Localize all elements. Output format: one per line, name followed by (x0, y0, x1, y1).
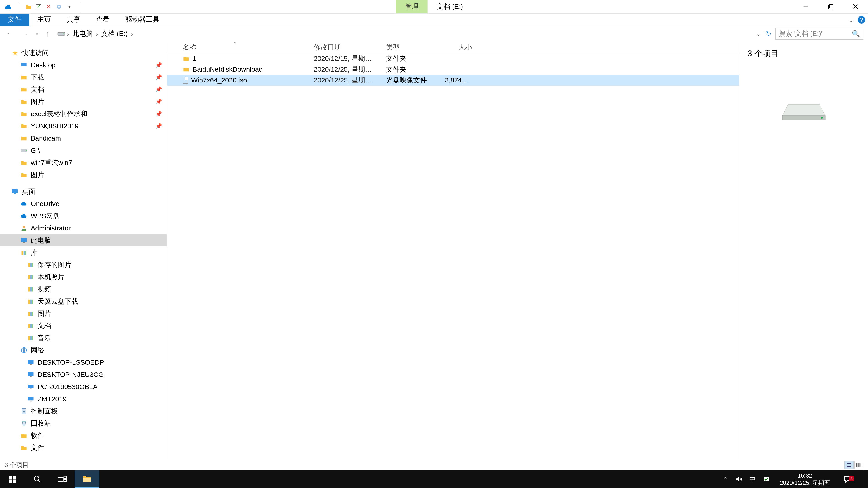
tree-item-library[interactable]: 图片 (0, 307, 167, 320)
tab-share[interactable]: 共享 (59, 13, 88, 26)
show-desktop-button[interactable] (863, 470, 866, 488)
tree-item[interactable]: 文件 (0, 442, 167, 454)
chevron-right-icon[interactable]: › (131, 30, 133, 38)
tree-item-qa[interactable]: excel表格制作求和📌 (0, 108, 167, 120)
svg-point-1 (58, 6, 60, 8)
tree-item-qa[interactable]: G:\ (0, 144, 167, 157)
address-bar[interactable]: › 此电脑 › 文档 (E:) › (55, 29, 751, 38)
tab-drivetools[interactable]: 驱动器工具 (118, 13, 167, 26)
tree-item-qa[interactable]: 下载📌 (0, 71, 167, 84)
tree-item-library[interactable]: 音乐 (0, 332, 167, 344)
config-qat-icon[interactable] (56, 4, 62, 10)
tree-item-library[interactable]: 本机照片 (0, 271, 167, 283)
start-button[interactable] (0, 470, 25, 488)
navigation-pane[interactable]: ★ 快速访问 Desktop📌下载📌文档📌图片📌excel表格制作求和📌YUNQ… (0, 42, 167, 459)
taskbar-explorer-button[interactable] (74, 470, 99, 488)
thumbnails-view-button[interactable] (855, 461, 864, 469)
tree-item[interactable]: 库 (0, 247, 167, 259)
ribbon-collapse-icon[interactable]: ⌄ (848, 16, 854, 24)
tree-item-qa[interactable]: Desktop📌 (0, 59, 167, 71)
tree-quick-access[interactable]: ★ 快速访问 (0, 47, 167, 59)
tab-view[interactable]: 查看 (88, 13, 118, 26)
tree-desktop[interactable]: 桌面 (0, 186, 167, 198)
file-type: 文件夹 (381, 54, 440, 63)
maximize-button[interactable] (818, 0, 843, 13)
tray-overflow-icon[interactable]: ⌃ (723, 476, 728, 483)
svg-rect-62 (58, 478, 63, 482)
tree-item[interactable]: OneDrive (0, 198, 167, 210)
address-dropdown-icon[interactable]: ⌄ (756, 30, 762, 38)
ime-indicator[interactable]: 中 (749, 475, 756, 484)
svg-rect-19 (32, 263, 33, 267)
file-row[interactable]: BaiduNetdiskDownload2020/12/25, 星期五 1...… (167, 64, 739, 75)
file-rows[interactable]: 12020/12/15, 星期二 1...文件夹BaiduNetdiskDown… (167, 53, 739, 459)
tree-item[interactable]: 软件 (0, 429, 167, 442)
tree-item[interactable]: 控制面板 (0, 405, 167, 417)
tree-item-network-pc[interactable]: PC-20190530OBLA (0, 381, 167, 393)
tree-item-qa[interactable]: 图片📌 (0, 96, 167, 108)
svg-rect-16 (25, 251, 26, 255)
recent-dropdown-icon[interactable]: ▾ (34, 31, 39, 37)
tree-item-library[interactable]: 保存的图片 (0, 259, 167, 271)
refresh-icon[interactable]: ↻ (766, 30, 771, 38)
folder-qat-icon[interactable] (26, 4, 32, 10)
search-icon[interactable]: 🔍 (852, 30, 860, 38)
search-input[interactable]: 搜索"文档 (E:)" 🔍 (775, 28, 864, 39)
tree-label: ZMT2019 (37, 395, 66, 403)
minimize-button[interactable] (794, 0, 818, 13)
tree-item-qa[interactable]: 图片 (0, 169, 167, 181)
tree-item-library[interactable]: 天翼云盘下载 (0, 295, 167, 307)
checkbox-qat-icon[interactable]: ✓ (36, 4, 41, 9)
tab-home[interactable]: 主页 (29, 13, 59, 26)
breadcrumb[interactable]: 此电脑 (71, 29, 94, 38)
chevron-right-icon[interactable]: › (96, 30, 98, 38)
file-row[interactable]: Win7x64_2020.iso2020/12/25, 星期五 1...光盘映像… (167, 75, 739, 86)
back-button[interactable]: ← (4, 29, 15, 38)
svg-rect-10 (14, 193, 16, 194)
up-button[interactable]: ↑ (44, 29, 51, 38)
tree-item-network-pc[interactable]: DESKTOP-NJEU3CG (0, 368, 167, 381)
svg-point-48 (23, 411, 25, 413)
taskbar-search-button[interactable] (25, 470, 50, 488)
file-row[interactable]: 12020/12/15, 星期二 1...文件夹 (167, 53, 739, 64)
svg-rect-6 (21, 63, 26, 66)
tree-item[interactable]: 回收站 (0, 417, 167, 429)
help-icon[interactable]: ? (858, 16, 865, 24)
breadcrumb[interactable]: 文档 (E:) (100, 29, 129, 38)
details-view-button[interactable] (844, 461, 854, 469)
task-view-button[interactable] (50, 470, 74, 488)
chevron-right-icon[interactable]: › (67, 30, 69, 38)
tree-item[interactable]: WPS网盘 (0, 210, 167, 222)
tree-item-network-pc[interactable]: DESKTOP-LSSOEDP (0, 356, 167, 368)
star-icon: ★ (11, 49, 19, 57)
column-type[interactable]: 类型 (381, 43, 440, 52)
navbar: ← → ▾ ↑ › 此电脑 › 文档 (E:) › ⌄ ↻ 搜索"文档 (E:)… (0, 26, 868, 42)
tree-item-qa[interactable]: 文档📌 (0, 84, 167, 96)
file-name: Win7x64_2020.iso (191, 76, 247, 84)
tree-item-qa[interactable]: YUNQISHI2019📌 (0, 120, 167, 132)
column-name[interactable]: 名称 (178, 43, 309, 52)
column-size[interactable]: 大小 (440, 43, 476, 52)
tray-status-icon[interactable] (763, 476, 770, 483)
close-button[interactable] (843, 0, 868, 13)
volume-icon[interactable] (735, 476, 742, 483)
tree-item[interactable]: Administrator (0, 222, 167, 234)
titlebar: ✓ ✕ ▾ 管理 文档 (E:) (0, 0, 868, 13)
tab-file[interactable]: 文件 (0, 13, 29, 26)
close-qat-icon[interactable]: ✕ (45, 4, 52, 10)
tree-item-qa[interactable]: Bandicam (0, 132, 167, 144)
tree-item-library[interactable]: 视频 (0, 283, 167, 295)
action-center-button[interactable]: 3 (840, 475, 855, 483)
ribbon-context-tab[interactable]: 管理 (396, 0, 428, 13)
taskbar-clock[interactable]: 16:32 2020/12/25, 星期五 (777, 472, 833, 487)
forward-button[interactable]: → (20, 29, 30, 38)
tree-network[interactable]: 网络 (0, 344, 167, 356)
tree-label: DESKTOP-LSSOEDP (37, 359, 104, 366)
qat-dropdown-icon[interactable]: ▾ (66, 4, 72, 10)
tree-item-qa[interactable]: win7重装win7 (0, 157, 167, 169)
tree-item-library[interactable]: 文档 (0, 320, 167, 332)
tree-item[interactable]: 此电脑 (0, 234, 167, 247)
tree-item-network-pc[interactable]: ZMT2019 (0, 393, 167, 405)
column-date[interactable]: 修改日期 (309, 43, 381, 52)
svg-point-8 (26, 150, 27, 151)
